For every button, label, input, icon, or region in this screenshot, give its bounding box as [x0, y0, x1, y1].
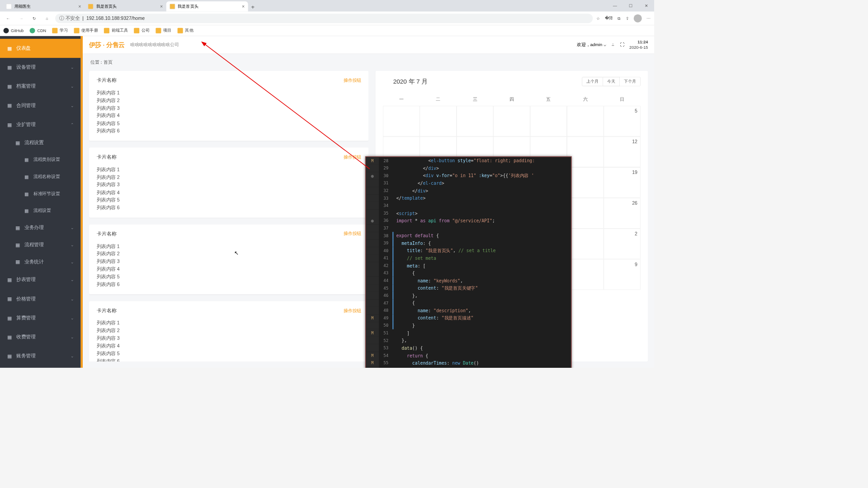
nav-forward-icon[interactable]: →: [16, 14, 26, 23]
bookmark-item[interactable]: 其他: [178, 28, 193, 33]
bookmark-item[interactable]: 使用手册: [74, 28, 98, 33]
sidebar-item[interactable]: ▦业务统计⌄: [0, 253, 81, 271]
calendar-cell[interactable]: 19: [604, 167, 640, 198]
bookmark-item[interactable]: 学习: [52, 28, 68, 33]
calendar-cell[interactable]: [383, 106, 420, 136]
sidebar-item[interactable]: ▦仪表盘: [0, 39, 81, 58]
calendar-cell[interactable]: 9: [604, 259, 640, 290]
sidebar-item[interactable]: ▦价格管理⌄: [0, 290, 81, 309]
calendar-cell[interactable]: [457, 106, 493, 136]
bookmark-item[interactable]: 前端工具: [104, 28, 128, 33]
menu-icon: ▦: [7, 103, 12, 108]
nav-back-icon[interactable]: ←: [4, 14, 13, 23]
bookmark-label: 学习: [60, 28, 68, 33]
sidebar-item[interactable]: ▦标准环节设置: [0, 185, 81, 202]
code-line: 44 name: "keyWords",: [366, 277, 571, 285]
tool-icon[interactable]: ⛬: [611, 42, 615, 47]
menu-icon: ▦: [24, 191, 29, 197]
share-icon[interactable]: ⇪: [626, 16, 629, 21]
sidebar-item[interactable]: ▦设备管理⌄: [0, 58, 81, 77]
extensions-icon[interactable]: ⧉: [618, 16, 621, 21]
top-bar: 伊莎 · 分售云 啥啥啥啥啥啥啥啥啥公司 欢迎，admin ⌵ ⛬ ⛶ 11:2…: [83, 36, 654, 54]
calendar-cell[interactable]: [567, 198, 604, 229]
sidebar-item[interactable]: ▦算费管理⌄: [0, 309, 81, 328]
window-minimize[interactable]: —: [607, 0, 623, 12]
calendar-cell[interactable]: [567, 106, 604, 136]
star-icon[interactable]: ☆: [596, 16, 600, 21]
code-line: 40 title: "我是首页头", // set a title: [366, 247, 571, 254]
new-tab-button[interactable]: +: [248, 2, 258, 12]
card-action-button[interactable]: 操作按钮: [344, 77, 361, 84]
calendar-cell[interactable]: [493, 106, 530, 136]
calendar-cell[interactable]: [567, 136, 604, 167]
calendar-cell[interactable]: [420, 106, 456, 136]
sidebar-item[interactable]: ▦业扩管理⌃: [0, 115, 81, 134]
favorites-icon[interactable]: �降: [605, 15, 613, 21]
card-action-button[interactable]: 操作按钮: [344, 230, 361, 237]
window-maximize[interactable]: ☐: [623, 0, 639, 12]
calendar-cell[interactable]: [567, 229, 604, 259]
calendar-cell[interactable]: 26: [604, 198, 640, 229]
sidebar-item[interactable]: ▦收费管理⌄: [0, 328, 81, 347]
chevron-icon: ⌄: [71, 84, 74, 89]
sidebar-label: 算费管理: [16, 315, 35, 321]
sidebar-item[interactable]: ▦流程管理⌄: [0, 236, 81, 253]
sidebar-item[interactable]: ▦合同管理⌄: [0, 96, 81, 115]
sidebar-item[interactable]: ▦档案管理⌄: [0, 77, 81, 96]
close-icon[interactable]: ×: [242, 4, 245, 9]
code-line: ●30 <div v-for="o in 11" :key="o">{{'列表内…: [366, 172, 571, 180]
bookmarks-bar: GitHubCDN学习使用手册前端工具公司项目其他: [0, 25, 654, 36]
bookmark-item[interactable]: 项目: [156, 28, 172, 33]
url-input[interactable]: ⓘ 不安全 | 192.168.10.188:9327/home: [55, 14, 593, 23]
card-action-button[interactable]: 操作按钮: [344, 307, 361, 314]
calendar-cell[interactable]: 12: [604, 136, 640, 167]
menu-icon: ▦: [7, 296, 12, 302]
profile-avatar[interactable]: [634, 14, 642, 22]
calendar-nav-button[interactable]: 下个月: [620, 77, 641, 86]
code-line: 56 };: [366, 367, 571, 368]
calendar-cell[interactable]: 2: [604, 229, 640, 259]
sidebar-item[interactable]: ▦账务管理⌄: [0, 347, 81, 366]
more-icon[interactable]: ⋯: [646, 16, 651, 21]
calendar-nav-button[interactable]: 上个月: [582, 77, 603, 86]
list-item: 列表内容 3: [96, 181, 361, 188]
sidebar-item[interactable]: ▦抄表管理⌄: [0, 270, 81, 289]
sidebar-label: 业务统计: [24, 259, 43, 265]
calendar-cell[interactable]: [567, 259, 604, 290]
sidebar-item[interactable]: ▦流程名称设置: [0, 168, 81, 185]
browser-tab[interactable]: 我是首页头×: [166, 1, 248, 12]
list-item: 列表内容 1: [96, 89, 361, 97]
close-icon[interactable]: ×: [160, 4, 163, 9]
calendar-cell[interactable]: [530, 106, 567, 136]
code-line: M28 <el-button style="float: right; padd…: [366, 157, 571, 164]
list-item: 列表内容 6: [96, 204, 361, 211]
sidebar-label: 档案管理: [16, 84, 35, 90]
window-close[interactable]: ✕: [638, 0, 654, 12]
bookmark-item[interactable]: GitHub: [4, 28, 24, 33]
browser-tab[interactable]: 用能医生×: [3, 1, 85, 12]
tab-title: 我是首页头: [96, 4, 117, 9]
calendar-cell[interactable]: [567, 167, 604, 198]
nav-reload-icon[interactable]: ↻: [29, 14, 39, 23]
sidebar-item[interactable]: ▦流程设置: [0, 202, 81, 220]
menu-icon: ▦: [7, 334, 12, 340]
close-icon[interactable]: ×: [78, 4, 81, 9]
bookmark-label: 前端工具: [112, 28, 128, 33]
sidebar-item[interactable]: ▦流程类别设置: [0, 151, 81, 169]
sidebar-item[interactable]: ▦流程设置: [0, 134, 81, 151]
calendar-cell[interactable]: 5: [604, 106, 640, 136]
code-line: 45 content: "我是首页关键字": [366, 284, 571, 292]
bookmark-icon: [52, 28, 58, 33]
bookmark-item[interactable]: 公司: [134, 28, 150, 33]
menu-icon: ▦: [24, 157, 29, 162]
list-item: 列表内容 2: [96, 173, 361, 181]
code-line: 34: [366, 202, 571, 210]
card-action-button[interactable]: 操作按钮: [344, 154, 361, 160]
bookmark-item[interactable]: CDN: [30, 28, 46, 33]
browser-tab[interactable]: 我是首页头×: [85, 1, 166, 12]
fullscreen-icon[interactable]: ⛶: [620, 42, 625, 47]
calendar-nav-button[interactable]: 今天: [603, 77, 620, 86]
list-item: 列表内容 2: [96, 327, 361, 334]
nav-home-icon[interactable]: ⌂: [42, 14, 52, 23]
sidebar-item[interactable]: ▦业务办理⌄: [0, 219, 81, 236]
